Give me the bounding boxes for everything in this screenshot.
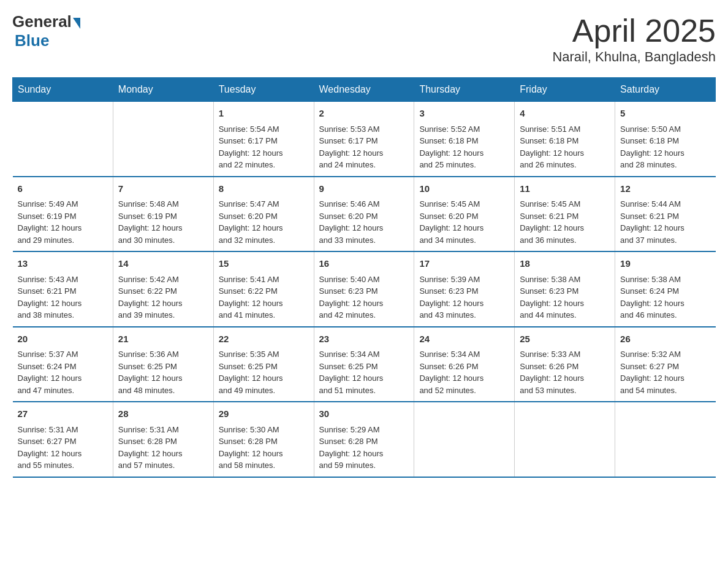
day-number: 16 (319, 257, 409, 271)
calendar-cell: 15Sunrise: 5:41 AM Sunset: 6:22 PM Dayli… (213, 251, 314, 327)
calendar-cell: 1Sunrise: 5:54 AM Sunset: 6:17 PM Daylig… (213, 102, 314, 177)
calendar-cell: 4Sunrise: 5:51 AM Sunset: 6:18 PM Daylig… (515, 102, 615, 177)
day-number: 12 (620, 182, 710, 196)
day-number: 24 (419, 332, 509, 347)
day-info: Sunrise: 5:31 AM Sunset: 6:28 PM Dayligh… (118, 424, 208, 472)
calendar-cell: 12Sunrise: 5:44 AM Sunset: 6:21 PM Dayli… (615, 177, 716, 252)
day-number: 19 (620, 257, 710, 271)
day-number: 26 (620, 332, 710, 347)
calendar-cell (615, 402, 716, 477)
day-info: Sunrise: 5:51 AM Sunset: 6:18 PM Dayligh… (520, 123, 610, 171)
calendar-cell: 23Sunrise: 5:34 AM Sunset: 6:25 PM Dayli… (314, 327, 414, 402)
day-info: Sunrise: 5:53 AM Sunset: 6:17 PM Dayligh… (319, 123, 409, 171)
day-info: Sunrise: 5:46 AM Sunset: 6:20 PM Dayligh… (319, 198, 409, 246)
day-number: 9 (319, 182, 409, 196)
day-info: Sunrise: 5:48 AM Sunset: 6:19 PM Dayligh… (118, 198, 208, 246)
day-info: Sunrise: 5:41 AM Sunset: 6:22 PM Dayligh… (219, 274, 309, 321)
calendar-cell: 20Sunrise: 5:37 AM Sunset: 6:24 PM Dayli… (13, 327, 113, 402)
day-info: Sunrise: 5:31 AM Sunset: 6:27 PM Dayligh… (18, 424, 108, 472)
day-info: Sunrise: 5:47 AM Sunset: 6:20 PM Dayligh… (219, 198, 309, 246)
calendar-cell: 17Sunrise: 5:39 AM Sunset: 6:23 PM Dayli… (414, 251, 515, 327)
day-of-week-header-friday: Friday (515, 78, 615, 102)
day-info: Sunrise: 5:45 AM Sunset: 6:21 PM Dayligh… (520, 198, 610, 246)
day-info: Sunrise: 5:43 AM Sunset: 6:21 PM Dayligh… (18, 274, 108, 321)
day-info: Sunrise: 5:52 AM Sunset: 6:18 PM Dayligh… (419, 123, 509, 171)
day-info: Sunrise: 5:33 AM Sunset: 6:26 PM Dayligh… (520, 348, 610, 396)
day-info: Sunrise: 5:45 AM Sunset: 6:20 PM Dayligh… (419, 198, 509, 246)
day-number: 13 (18, 257, 108, 271)
calendar-cell: 21Sunrise: 5:36 AM Sunset: 6:25 PM Dayli… (113, 327, 213, 402)
calendar-cell: 19Sunrise: 5:38 AM Sunset: 6:24 PM Dayli… (615, 251, 716, 327)
day-number: 20 (18, 332, 108, 347)
calendar-body: 1Sunrise: 5:54 AM Sunset: 6:17 PM Daylig… (13, 102, 716, 477)
subtitle: Narail, Khulna, Bangladesh (552, 49, 716, 65)
day-info: Sunrise: 5:50 AM Sunset: 6:18 PM Dayligh… (620, 123, 710, 171)
day-number: 15 (219, 257, 309, 271)
calendar-table: SundayMondayTuesdayWednesdayThursdayFrid… (12, 77, 716, 478)
day-of-week-header-monday: Monday (113, 78, 213, 102)
calendar-cell (113, 102, 213, 177)
day-number: 1 (219, 107, 309, 121)
calendar-cell: 28Sunrise: 5:31 AM Sunset: 6:28 PM Dayli… (113, 402, 213, 477)
calendar-week-1: 1Sunrise: 5:54 AM Sunset: 6:17 PM Daylig… (13, 102, 716, 177)
page-header: General Blue April 2025 Narail, Khulna, … (12, 12, 716, 65)
calendar-week-2: 6Sunrise: 5:49 AM Sunset: 6:19 PM Daylig… (13, 177, 716, 252)
day-number: 30 (319, 407, 409, 421)
logo-arrow-icon (73, 18, 80, 29)
calendar-cell: 8Sunrise: 5:47 AM Sunset: 6:20 PM Daylig… (213, 177, 314, 252)
day-number: 29 (219, 407, 309, 421)
calendar-cell: 11Sunrise: 5:45 AM Sunset: 6:21 PM Dayli… (515, 177, 615, 252)
day-of-week-header-saturday: Saturday (615, 78, 716, 102)
day-info: Sunrise: 5:49 AM Sunset: 6:19 PM Dayligh… (18, 198, 108, 246)
calendar-cell: 18Sunrise: 5:38 AM Sunset: 6:23 PM Dayli… (515, 251, 615, 327)
day-info: Sunrise: 5:34 AM Sunset: 6:26 PM Dayligh… (419, 348, 509, 396)
day-number: 14 (118, 257, 208, 271)
logo: General Blue (12, 12, 80, 50)
days-of-week-row: SundayMondayTuesdayWednesdayThursdayFrid… (13, 78, 716, 102)
day-info: Sunrise: 5:35 AM Sunset: 6:25 PM Dayligh… (219, 348, 309, 396)
calendar-cell: 30Sunrise: 5:29 AM Sunset: 6:28 PM Dayli… (314, 402, 414, 477)
calendar-cell: 27Sunrise: 5:31 AM Sunset: 6:27 PM Dayli… (13, 402, 113, 477)
day-info: Sunrise: 5:36 AM Sunset: 6:25 PM Dayligh… (118, 348, 208, 396)
calendar-cell: 10Sunrise: 5:45 AM Sunset: 6:20 PM Dayli… (414, 177, 515, 252)
calendar-cell: 22Sunrise: 5:35 AM Sunset: 6:25 PM Dayli… (213, 327, 314, 402)
calendar-cell: 9Sunrise: 5:46 AM Sunset: 6:20 PM Daylig… (314, 177, 414, 252)
day-of-week-header-thursday: Thursday (414, 78, 515, 102)
day-info: Sunrise: 5:30 AM Sunset: 6:28 PM Dayligh… (219, 424, 309, 472)
day-info: Sunrise: 5:42 AM Sunset: 6:22 PM Dayligh… (118, 274, 208, 321)
calendar-cell: 25Sunrise: 5:33 AM Sunset: 6:26 PM Dayli… (515, 327, 615, 402)
calendar-cell: 3Sunrise: 5:52 AM Sunset: 6:18 PM Daylig… (414, 102, 515, 177)
calendar-cell (414, 402, 515, 477)
calendar-cell: 14Sunrise: 5:42 AM Sunset: 6:22 PM Dayli… (113, 251, 213, 327)
calendar-cell: 2Sunrise: 5:53 AM Sunset: 6:17 PM Daylig… (314, 102, 414, 177)
day-info: Sunrise: 5:37 AM Sunset: 6:24 PM Dayligh… (18, 348, 108, 396)
logo-blue-text: Blue (15, 31, 49, 50)
calendar-cell: 7Sunrise: 5:48 AM Sunset: 6:19 PM Daylig… (113, 177, 213, 252)
day-number: 4 (520, 107, 610, 121)
day-of-week-header-sunday: Sunday (13, 78, 113, 102)
day-info: Sunrise: 5:38 AM Sunset: 6:23 PM Dayligh… (520, 274, 610, 321)
calendar-week-5: 27Sunrise: 5:31 AM Sunset: 6:27 PM Dayli… (13, 402, 716, 477)
calendar-cell (515, 402, 615, 477)
day-number: 21 (118, 332, 208, 347)
day-number: 6 (18, 182, 108, 196)
calendar-cell: 26Sunrise: 5:32 AM Sunset: 6:27 PM Dayli… (615, 327, 716, 402)
day-info: Sunrise: 5:54 AM Sunset: 6:17 PM Dayligh… (219, 123, 309, 171)
day-number: 23 (319, 332, 409, 347)
day-number: 11 (520, 182, 610, 196)
day-number: 2 (319, 107, 409, 121)
day-of-week-header-tuesday: Tuesday (213, 78, 314, 102)
day-number: 28 (118, 407, 208, 421)
day-info: Sunrise: 5:29 AM Sunset: 6:28 PM Dayligh… (319, 424, 409, 472)
day-number: 25 (520, 332, 610, 347)
calendar-header: SundayMondayTuesdayWednesdayThursdayFrid… (13, 78, 716, 102)
day-info: Sunrise: 5:32 AM Sunset: 6:27 PM Dayligh… (620, 348, 710, 396)
day-info: Sunrise: 5:38 AM Sunset: 6:24 PM Dayligh… (620, 274, 710, 321)
day-number: 10 (419, 182, 509, 196)
day-info: Sunrise: 5:34 AM Sunset: 6:25 PM Dayligh… (319, 348, 409, 396)
day-of-week-header-wednesday: Wednesday (314, 78, 414, 102)
calendar-cell: 6Sunrise: 5:49 AM Sunset: 6:19 PM Daylig… (13, 177, 113, 252)
day-number: 5 (620, 107, 710, 121)
day-info: Sunrise: 5:44 AM Sunset: 6:21 PM Dayligh… (620, 198, 710, 246)
logo-general-text: General (12, 12, 72, 31)
